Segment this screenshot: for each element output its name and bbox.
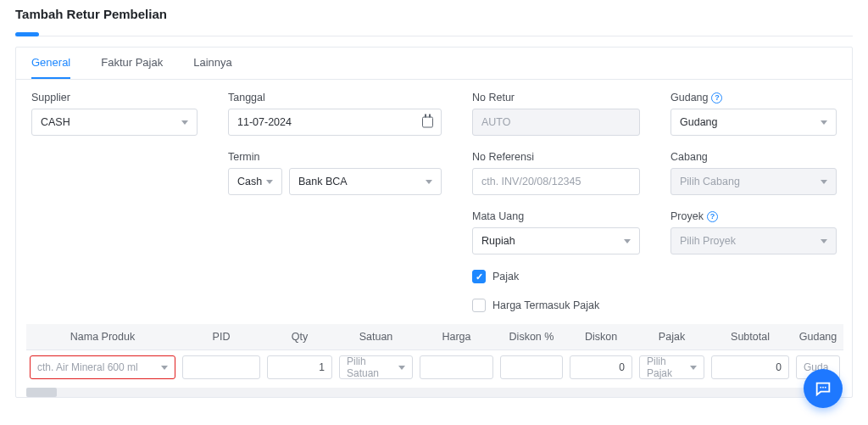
- cabang-select[interactable]: Pilih Cabang: [670, 168, 837, 195]
- progress-segment: [15, 32, 39, 36]
- table-row: [179, 350, 264, 384]
- chevron-down-icon: [624, 239, 631, 243]
- th-pid: PID: [179, 324, 264, 350]
- chevron-down-icon: [821, 180, 827, 184]
- cell-satuan[interactable]: Pilih Satuan: [339, 355, 413, 379]
- progress-bar: [15, 30, 853, 36]
- termin-bank-value: Bank BCA: [298, 176, 348, 187]
- cell-qty[interactable]: 1: [267, 355, 332, 379]
- field-cabang: Cabang Pilih Cabang: [670, 151, 837, 195]
- table-row: 0: [708, 350, 793, 384]
- checkbox-icon: [472, 299, 486, 312]
- chevron-down-icon: [266, 180, 273, 184]
- tanggal-input[interactable]: 11-07-2024: [228, 109, 442, 136]
- field-supplier: Supplier CASH: [31, 92, 198, 136]
- table-row: [416, 350, 497, 384]
- field-mata-uang: Mata Uang Rupiah: [472, 210, 640, 254]
- proyek-select[interactable]: Pilih Proyek: [670, 227, 837, 254]
- col-gudang-etc: Gudang ? Gudang Cabang Pilih Cabang Proy…: [670, 92, 837, 254]
- chevron-down-icon: [690, 366, 697, 370]
- scrollbar-thumb[interactable]: [26, 388, 57, 397]
- items-table: Nama Produk PID Qty Satuan Harga Diskon …: [26, 324, 843, 384]
- tab-lainnya[interactable]: Lainnya: [193, 56, 232, 79]
- form-grid: Supplier CASH Tanggal 11-07-2024 Termin: [16, 80, 852, 316]
- chevron-down-icon: [821, 120, 827, 125]
- horizontal-scrollbar[interactable]: [26, 388, 842, 397]
- label-proyek: Proyek ?: [670, 210, 837, 222]
- checkbox-harga-termasuk-pajak[interactable]: Harga Termasuk Pajak: [472, 299, 640, 312]
- cell-diskon-pct[interactable]: [500, 355, 563, 379]
- no-referensi-input[interactable]: cth. INV/20/08/12345: [472, 168, 640, 195]
- th-diskon-pct: Diskon %: [497, 324, 566, 350]
- table-row: cth. Air Mineral 600 ml: [26, 350, 179, 384]
- checkbox-pajak-label: Pajak: [492, 271, 519, 282]
- th-qty: Qty: [264, 324, 336, 350]
- label-proyek-text: Proyek: [670, 210, 704, 222]
- tab-faktur-pajak[interactable]: Faktur Pajak: [101, 56, 163, 79]
- help-icon[interactable]: ?: [711, 92, 722, 103]
- th-gudang: Gudang: [793, 324, 843, 350]
- label-mata-uang: Mata Uang: [472, 210, 640, 222]
- th-satuan: Satuan: [336, 324, 416, 350]
- label-no-retur: No Retur: [472, 92, 640, 103]
- proyek-placeholder: Pilih Proyek: [680, 235, 736, 247]
- page-title: Tambah Retur Pembelian: [0, 0, 868, 30]
- checkbox-pajak[interactable]: ✓ Pajak: [472, 270, 640, 283]
- cell-diskon[interactable]: 0: [570, 355, 632, 379]
- no-retur-input: AUTO: [472, 109, 640, 136]
- checkbox-harga-label: Harga Termasuk Pajak: [492, 299, 599, 311]
- field-termin: Termin Cash Bank BCA: [228, 151, 442, 195]
- chevron-down-icon: [821, 239, 827, 243]
- th-diskon: Diskon: [566, 324, 636, 350]
- gudang-value: Gudang: [680, 116, 717, 128]
- svg-point-2: [825, 387, 826, 389]
- cell-nama-produk[interactable]: cth. Air Mineral 600 ml: [30, 355, 175, 379]
- field-proyek: Proyek ? Pilih Proyek: [670, 210, 837, 254]
- th-harga: Harga: [416, 324, 497, 350]
- calendar-icon: [422, 117, 433, 128]
- form-card: General Faktur Pajak Lainnya Supplier CA…: [15, 47, 853, 398]
- cell-pid[interactable]: [182, 355, 260, 379]
- no-retur-value: AUTO: [481, 116, 511, 128]
- supplier-value: CASH: [41, 116, 70, 128]
- label-cabang: Cabang: [670, 151, 837, 163]
- th-nama-produk: Nama Produk: [26, 324, 179, 350]
- label-gudang-text: Gudang: [670, 92, 708, 103]
- tab-general[interactable]: General: [31, 56, 70, 79]
- chat-icon: [814, 379, 832, 398]
- help-icon[interactable]: ?: [707, 211, 718, 222]
- supplier-select[interactable]: CASH: [31, 109, 198, 136]
- cell-subtotal[interactable]: 0: [711, 355, 789, 379]
- satuan-placeholder: Pilih Satuan: [347, 355, 398, 379]
- mata-uang-value: Rupiah: [481, 235, 515, 247]
- termin-type-select[interactable]: Cash: [228, 168, 282, 195]
- col-noretur-etc: No Retur AUTO No Referensi cth. INV/20/0…: [472, 92, 640, 312]
- chevron-down-icon: [181, 120, 188, 125]
- termin-bank-select[interactable]: Bank BCA: [289, 168, 442, 195]
- svg-point-0: [820, 387, 821, 389]
- tanggal-value: 11-07-2024: [237, 116, 292, 128]
- field-gudang: Gudang ? Gudang: [670, 92, 837, 136]
- table-row: [497, 350, 566, 384]
- chat-fab-button[interactable]: [804, 369, 843, 408]
- th-subtotal: Subtotal: [708, 324, 793, 350]
- field-tanggal: Tanggal 11-07-2024: [228, 92, 442, 136]
- tab-bar: General Faktur Pajak Lainnya: [16, 48, 852, 80]
- table-row: Pilih Pajak: [636, 350, 708, 384]
- field-no-referensi: No Referensi cth. INV/20/08/12345: [472, 151, 640, 195]
- chevron-down-icon: [426, 180, 432, 184]
- termin-type-value: Cash: [237, 176, 262, 187]
- pajak-placeholder: Pilih Pajak: [647, 355, 690, 379]
- cell-pajak[interactable]: Pilih Pajak: [639, 355, 704, 379]
- table-row: 0: [566, 350, 636, 384]
- field-no-retur: No Retur AUTO: [472, 92, 640, 136]
- svg-point-1: [822, 387, 824, 389]
- gudang-select[interactable]: Gudang: [670, 109, 837, 136]
- nama-produk-placeholder: cth. Air Mineral 600 ml: [37, 361, 138, 373]
- no-referensi-placeholder: cth. INV/20/08/12345: [481, 176, 581, 187]
- mata-uang-select[interactable]: Rupiah: [472, 227, 640, 254]
- cell-harga[interactable]: [420, 355, 493, 379]
- label-tanggal: Tanggal: [228, 92, 442, 103]
- label-supplier: Supplier: [31, 92, 198, 103]
- table-row: 1: [264, 350, 336, 384]
